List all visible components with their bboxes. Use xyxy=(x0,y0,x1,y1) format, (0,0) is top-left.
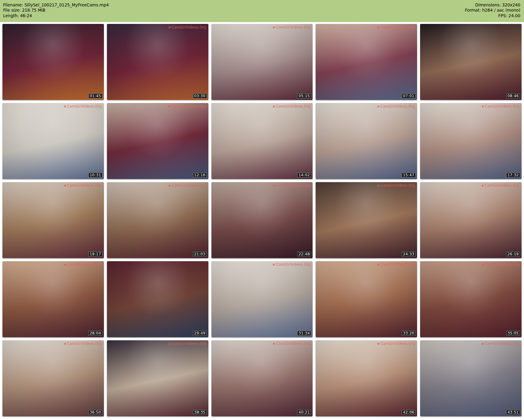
video-thumbnail: ❀CamGirlVideos.Org 33:20 xyxy=(316,261,417,337)
watermark-icon: ❀ xyxy=(377,105,380,109)
watermark-text: ❀CamGirlVideos.Org xyxy=(481,183,519,188)
format-line: Format: h264 / aac (mono) xyxy=(465,8,520,13)
thumbnail-grid: 01:45 ❀CamGirlVideos.Org 03:30 ❀CamGirlV… xyxy=(2,24,522,416)
timestamp-badge: 07:01 xyxy=(402,94,416,98)
fps-line: FPS: 24.00 xyxy=(465,13,520,18)
video-thumbnail: ❀CamGirlVideos.Org 24:33 xyxy=(316,182,417,258)
metadata-right-column: Dimensions: 320x240 Format: h264 / aac (… xyxy=(465,2,520,20)
metadata-left-column: Filename: SillySel_100217_0125_MyFreeCam… xyxy=(3,2,109,20)
timestamp-badge: 43:51 xyxy=(506,410,520,415)
video-thumbnail: ❀CamGirlVideos.Org 15:47 xyxy=(316,103,417,179)
watermark-text: ❀CamGirlVideos.Org xyxy=(377,104,415,109)
watermark-text: ❀CamGirlVideos.Org xyxy=(168,183,206,188)
watermark-text: ❀CamGirlVideos.Org xyxy=(377,183,415,188)
dimensions-line: Dimensions: 320x240 xyxy=(465,2,520,8)
filesize-label: File size: xyxy=(3,8,21,13)
timestamp-badge: 03:30 xyxy=(193,94,207,98)
timestamp-badge: 01:45 xyxy=(89,94,102,98)
timestamp-badge: 17:32 xyxy=(506,173,520,178)
timestamp-badge: 19:17 xyxy=(89,252,102,257)
timestamp-badge: 24:33 xyxy=(402,252,416,257)
watermark-icon: ❀ xyxy=(273,342,275,346)
video-thumbnail: ❀CamGirlVideos.Org 28:04 xyxy=(2,261,104,337)
video-thumbnail: ❀CamGirlVideos.Org 03:30 xyxy=(107,24,208,100)
timestamp-badge: 36:50 xyxy=(89,410,102,415)
watermark-icon: ❀ xyxy=(377,263,380,267)
filesize-line: File size: 218.75 MiB xyxy=(3,8,109,13)
watermark-text: ❀CamGirlVideos.Org xyxy=(377,25,415,29)
video-thumbnail: 08:46 xyxy=(420,24,522,100)
video-thumbnail: ❀CamGirlVideos.Org 40:21 xyxy=(211,340,313,416)
timestamp-badge: 15:47 xyxy=(402,173,416,178)
watermark-icon: ❀ xyxy=(168,184,171,188)
timestamp-badge: 28:04 xyxy=(89,331,102,336)
watermark-text: ❀CamGirlVideos.Org xyxy=(481,342,519,346)
watermark-text: ❀CamGirlVideos.Org xyxy=(168,104,206,109)
video-thumbnail: ❀CamGirlVideos.Org 05:15 xyxy=(211,24,313,100)
filename-line: Filename: SillySel_100217_0125_MyFreeCam… xyxy=(3,2,109,8)
fps-value: 24.00 xyxy=(508,13,520,18)
video-thumbnail: ❀CamGirlVideos.Org 21:03 xyxy=(107,182,208,258)
format-label: Format: xyxy=(465,8,481,13)
watermark-icon: ❀ xyxy=(481,184,484,188)
watermark-icon: ❀ xyxy=(168,342,171,346)
watermark-icon: ❀ xyxy=(273,184,275,188)
watermark-icon: ❀ xyxy=(377,184,380,188)
watermark-text: ❀CamGirlVideos.Org xyxy=(481,262,519,267)
fps-label: FPS: xyxy=(498,13,507,18)
watermark-text: ❀CamGirlVideos.Org xyxy=(168,342,206,346)
timestamp-badge: 42:06 xyxy=(402,410,416,415)
watermark-icon: ❀ xyxy=(168,25,171,29)
timestamp-badge: 08:46 xyxy=(506,94,520,98)
video-thumbnail: ❀CamGirlVideos.Org 14:02 xyxy=(211,103,313,179)
watermark-text: ❀CamGirlVideos.Org xyxy=(481,104,519,109)
watermark-text: ❀CamGirlVideos.Org xyxy=(64,262,102,267)
timestamp-badge: 31:34 xyxy=(297,331,311,336)
video-thumbnail: 29:49 xyxy=(107,261,208,337)
video-thumbnail: ❀CamGirlVideos.Org 22:48 xyxy=(211,182,313,258)
timestamp-badge: 26:19 xyxy=(506,252,520,257)
watermark-text: ❀CamGirlVideos.Org xyxy=(64,342,102,346)
timestamp-badge: 29:49 xyxy=(193,331,207,336)
length-line: Length: 46:24 xyxy=(3,13,109,18)
metadata-header: Filename: SillySel_100217_0125_MyFreeCam… xyxy=(0,0,524,22)
video-thumbnail: ❀CamGirlVideos.Org 38:35 xyxy=(107,340,208,416)
video-thumbnail: ❀CamGirlVideos.Org 17:32 xyxy=(420,103,522,179)
dimensions-label: Dimensions: xyxy=(475,2,501,7)
watermark-icon: ❀ xyxy=(481,105,484,109)
watermark-text: ❀CamGirlVideos.Org xyxy=(64,104,102,109)
length-value: 46:24 xyxy=(20,13,32,18)
video-thumbnail: ❀CamGirlVideos.Org 35:05 xyxy=(420,261,522,337)
timestamp-badge: 10:31 xyxy=(89,173,102,178)
video-thumbnail: ❀CamGirlVideos.Org 31:34 xyxy=(211,261,313,337)
watermark-icon: ❀ xyxy=(64,263,66,267)
video-thumbnail: ❀CamGirlVideos.Org 26:19 xyxy=(420,182,522,258)
watermark-icon: ❀ xyxy=(64,105,66,109)
contact-sheet: Filename: SillySel_100217_0125_MyFreeCam… xyxy=(0,0,524,420)
timestamp-badge: 33:20 xyxy=(402,331,416,336)
length-label: Length: xyxy=(3,13,19,18)
timestamp-badge: 05:15 xyxy=(297,94,311,98)
watermark-text: ❀CamGirlVideos.Org xyxy=(377,342,415,346)
timestamp-badge: 12:16 xyxy=(193,173,207,178)
watermark-icon: ❀ xyxy=(273,263,275,267)
dimensions-value: 320x240 xyxy=(502,2,520,7)
watermark-text: ❀CamGirlVideos.Org xyxy=(273,342,311,346)
timestamp-badge: 14:02 xyxy=(297,173,311,178)
watermark-icon: ❀ xyxy=(481,342,484,346)
watermark-icon: ❀ xyxy=(377,342,380,346)
watermark-text: ❀CamGirlVideos.Org xyxy=(273,104,311,109)
watermark-text: ❀CamGirlVideos.Org xyxy=(168,25,206,29)
filename-label: Filename: xyxy=(3,2,23,7)
watermark-icon: ❀ xyxy=(481,263,484,267)
watermark-text: ❀CamGirlVideos.Org xyxy=(273,25,311,29)
watermark-icon: ❀ xyxy=(273,25,275,29)
watermark-icon: ❀ xyxy=(64,342,66,346)
watermark-text: ❀CamGirlVideos.Org xyxy=(273,183,311,188)
filesize-value: 218.75 MiB xyxy=(22,8,45,13)
video-thumbnail: ❀CamGirlVideos.Org 36:50 xyxy=(2,340,104,416)
timestamp-badge: 35:05 xyxy=(506,331,520,336)
watermark-text: ❀CamGirlVideos.Org xyxy=(377,262,415,267)
watermark-icon: ❀ xyxy=(168,105,171,109)
watermark-text: ❀CamGirlVideos.Org xyxy=(64,183,102,188)
